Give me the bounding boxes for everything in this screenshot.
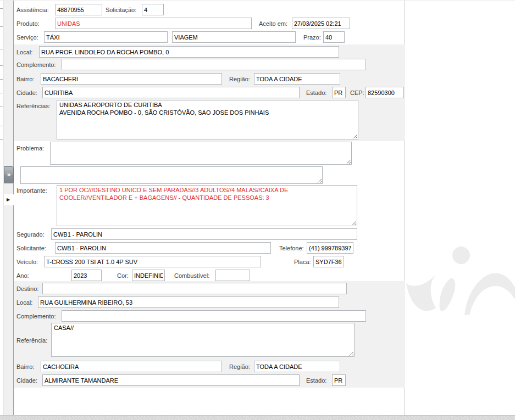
assistencia-input[interactable] bbox=[55, 4, 102, 15]
cidade-label: Cidade: bbox=[16, 89, 37, 96]
local-input[interactable] bbox=[39, 46, 339, 58]
secondary-note-textarea[interactable] bbox=[20, 166, 323, 184]
aceito-em-label: Aceito em: bbox=[259, 20, 287, 27]
destino-regiao-input[interactable] bbox=[254, 361, 340, 372]
referencias-label: Referências: bbox=[16, 103, 51, 109]
destino-estado-label: Estado: bbox=[306, 377, 326, 384]
assistance-form-window: » ▶ Assistência: Solicitação: Produto: A… bbox=[0, 0, 515, 420]
destino-estado-input[interactable] bbox=[332, 374, 346, 386]
produto-input[interactable] bbox=[55, 18, 252, 29]
destino-cidade-label: Cidade: bbox=[16, 377, 37, 384]
regiao-input[interactable] bbox=[254, 73, 340, 85]
estado-label: Estado: bbox=[306, 89, 326, 96]
bottom-status-bar bbox=[0, 415, 515, 420]
expand-panel-button[interactable]: » bbox=[4, 166, 14, 183]
combustivel-label: Combustível: bbox=[174, 272, 209, 279]
combustivel-input[interactable] bbox=[215, 270, 250, 281]
importante-textarea[interactable]: 1 POR OC///DESTINO UNICO E SEM PARADAS//… bbox=[57, 185, 357, 226]
destino-regiao-label: Região: bbox=[229, 363, 250, 370]
gutter-dash bbox=[0, 107, 3, 107]
destino-input[interactable] bbox=[42, 283, 347, 294]
arrow-right-icon: ▶ bbox=[7, 197, 10, 202]
cidade-input[interactable] bbox=[42, 87, 300, 98]
double-chevron-right-icon: » bbox=[7, 171, 11, 178]
servico-label: Serviço: bbox=[16, 34, 38, 41]
gutter-dash bbox=[0, 126, 3, 126]
assistance-form: Assistência: Solicitação: Produto: Aceit… bbox=[14, 1, 405, 415]
problema-textarea[interactable] bbox=[50, 142, 352, 165]
cep-label: CEP: bbox=[350, 89, 364, 96]
destino-bairro-input[interactable] bbox=[41, 361, 222, 372]
cor-label: Cor: bbox=[117, 272, 129, 279]
placa-label: Placa: bbox=[294, 259, 311, 265]
destino-complemento-input[interactable] bbox=[62, 310, 366, 322]
bairro-input[interactable] bbox=[41, 73, 222, 85]
gutter-dash bbox=[0, 65, 3, 66]
gutter-dash bbox=[0, 93, 3, 93]
complemento-input[interactable] bbox=[62, 59, 366, 70]
ano-label: Ano: bbox=[16, 272, 29, 279]
destino-complemento-label: Complemento: bbox=[16, 313, 56, 320]
estado-input[interactable] bbox=[332, 87, 346, 98]
problema-label: Problema: bbox=[16, 145, 44, 152]
destino-referencia-textarea[interactable]: CASA// bbox=[51, 323, 355, 357]
collapsed-side-panel: » ▶ bbox=[3, 1, 14, 415]
local-label: Local: bbox=[16, 49, 32, 55]
ano-input[interactable] bbox=[71, 270, 102, 281]
background-logo-watermark bbox=[403, 238, 515, 367]
importante-label: Importante: bbox=[16, 187, 47, 194]
complemento-label: Complemento: bbox=[16, 61, 56, 68]
destino-referencia-label: Referência: bbox=[16, 337, 47, 344]
destino-local-input[interactable] bbox=[38, 296, 339, 308]
gutter-dash bbox=[0, 26, 3, 27]
aceito-em-input[interactable] bbox=[292, 18, 350, 29]
referencias-textarea[interactable]: UNIDAS AEROPORTO DE CURITIBA AVENIDA ROC… bbox=[57, 100, 358, 139]
solicitacao-label: Solicitação: bbox=[106, 7, 136, 13]
prazo-input[interactable] bbox=[323, 31, 345, 43]
destino-local-label: Local: bbox=[16, 299, 32, 306]
produto-label: Produto: bbox=[16, 20, 40, 27]
segurado-label: Segurado: bbox=[16, 231, 45, 238]
veiculo-input[interactable] bbox=[44, 256, 261, 267]
telefone-input[interactable] bbox=[307, 242, 353, 254]
veiculo-label: Veículo: bbox=[16, 259, 38, 265]
segurado-input[interactable] bbox=[51, 228, 357, 240]
destino-label: Destino: bbox=[16, 285, 38, 292]
placa-input[interactable] bbox=[313, 256, 344, 267]
bairro-label: Bairro: bbox=[16, 76, 34, 82]
cep-input[interactable] bbox=[366, 87, 404, 98]
assistencia-label: Assistência: bbox=[16, 7, 49, 13]
cor-input[interactable] bbox=[132, 270, 165, 281]
gutter-dash bbox=[0, 8, 3, 9]
solicitante-label: Solicitante: bbox=[16, 245, 46, 251]
destino-cidade-input[interactable] bbox=[42, 374, 300, 386]
servico-tipo-input[interactable] bbox=[172, 31, 296, 43]
gutter-dash bbox=[0, 79, 3, 80]
servico-input[interactable] bbox=[44, 31, 168, 43]
destino-bairro-label: Bairro: bbox=[16, 363, 34, 370]
solicitante-input[interactable] bbox=[55, 242, 271, 254]
solicitacao-input[interactable] bbox=[142, 4, 164, 15]
telefone-label: Telefone: bbox=[279, 245, 304, 251]
prazo-label: Prazo: bbox=[303, 34, 321, 41]
gutter-dash bbox=[0, 49, 3, 49]
regiao-label: Região: bbox=[229, 76, 250, 82]
gutter-dash bbox=[0, 139, 3, 140]
